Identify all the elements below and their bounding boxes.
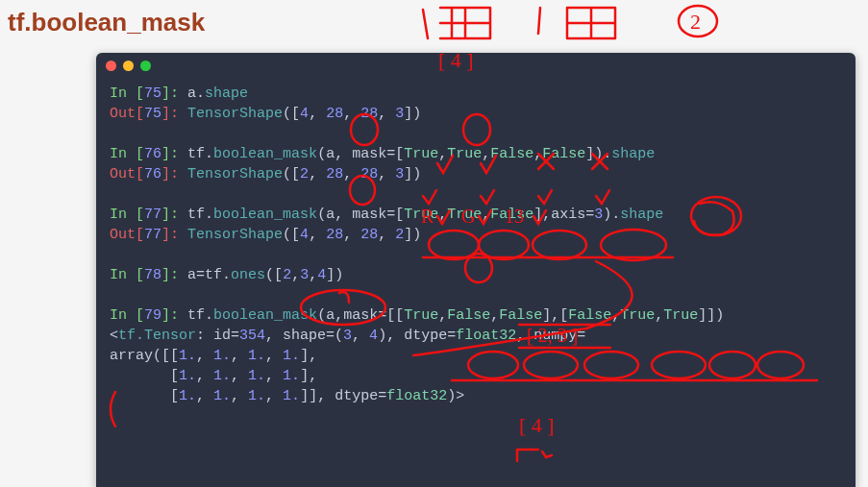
maximize-icon[interactable] bbox=[140, 61, 151, 71]
close-icon[interactable] bbox=[106, 61, 116, 71]
minimize-icon[interactable] bbox=[123, 61, 134, 71]
terminal-body[interactable]: In [75]: a.shape Out[75]: TensorShape([4… bbox=[96, 78, 856, 412]
window-titlebar bbox=[96, 53, 856, 78]
terminal-window: In [75]: a.shape Out[75]: TensorShape([4… bbox=[96, 53, 856, 487]
page-title: tf.boolean_mask bbox=[0, 0, 868, 41]
